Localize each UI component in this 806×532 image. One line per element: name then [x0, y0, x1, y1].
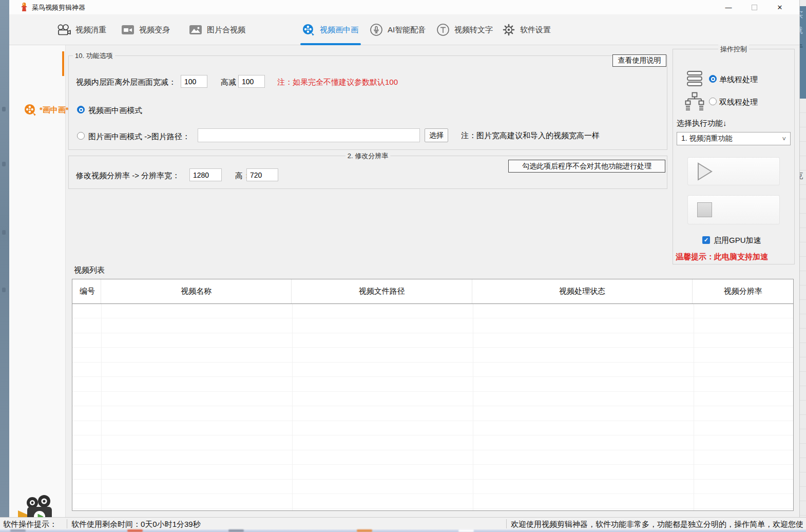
column-divider: [101, 304, 102, 510]
sidebar-item-label: *画中画*: [40, 105, 69, 115]
image-size-note: 注：图片宽高建议和导入的视频宽高一样: [461, 131, 600, 141]
status-time-text: 软件使用剩余时间：0天0小时1分39秒: [71, 520, 201, 529]
tab-bar: 视频消重 视频变身 图片合视频: [9, 14, 799, 45]
background-window-rows: [800, 99, 806, 517]
taskbar-icon-fragment: [127, 529, 143, 532]
microphone-icon: [370, 23, 383, 36]
radio-video-pip-mode[interactable]: [77, 106, 85, 113]
help-button[interactable]: 查看使用说明: [612, 54, 666, 67]
text-circle-icon: [436, 23, 450, 36]
column-header-resolution[interactable]: 视频分辨率: [693, 279, 793, 303]
tab-image-to-video[interactable]: 图片合视频: [189, 14, 245, 45]
picture-icon: [189, 24, 202, 36]
sidebar-item-pip[interactable]: *画中画*: [24, 102, 73, 118]
taskbar-icon-fragment: [357, 529, 372, 532]
default-param-note: 注：如果完全不懂建议参数默认100: [277, 78, 398, 87]
tab-label: AI智能配音: [388, 25, 426, 35]
maximize-button[interactable]: [743, 0, 765, 14]
tab-label: 视频转文字: [454, 25, 493, 35]
play-icon: [697, 162, 713, 181]
column-header-path[interactable]: 视频文件路径: [292, 279, 472, 303]
tab-video-dedupe[interactable]: 视频消重: [56, 14, 106, 45]
tab-video-transform[interactable]: 视频变身: [121, 14, 170, 45]
function-select[interactable]: 1. 视频消重功能 ˅: [677, 132, 791, 145]
partial-char: 牛: [799, 42, 803, 52]
status-bar: 软件操作提示： 软件使用剩余时间：0天0小时1分39秒 欢迎使用视频剪辑神器，软…: [0, 517, 806, 529]
tab-ai-dubbing[interactable]: AI智能配音: [370, 14, 426, 45]
taskbar-icon-fragment: [10, 529, 26, 532]
radio-dual-thread[interactable]: [709, 98, 717, 105]
screen: 菜鸟视频剪辑神器 — ✕ 视频消重 视频: [0, 0, 806, 532]
dual-thread-label: 双线程处理: [719, 98, 758, 107]
resolution-height-input[interactable]: [246, 168, 278, 181]
video-list-title: 视频列表: [72, 265, 106, 275]
close-button[interactable]: ✕: [769, 0, 791, 14]
tab-label: 图片合视频: [207, 25, 245, 35]
group-title: 操作控制: [718, 45, 749, 54]
tab-label: 软件设置: [520, 25, 551, 35]
column-divider: [694, 304, 694, 510]
radio-single-thread[interactable]: [709, 75, 717, 83]
partial-char: 买: [799, 10, 803, 20]
taskbar-icon-fragment: [458, 529, 474, 532]
radio-video-pip-label: 视频画中画模式: [88, 106, 142, 116]
group-title: 10. 功能选项: [73, 51, 115, 61]
status-divider: [506, 519, 507, 528]
resolution-width-input[interactable]: [189, 168, 222, 181]
desktop-icon-fragment: [2, 107, 6, 111]
image-path-input[interactable]: [198, 128, 420, 142]
taskbar-icon-fragment: [228, 529, 244, 532]
gear-icon: [502, 23, 515, 36]
column-divider: [473, 304, 473, 510]
taskbar-edge: [0, 529, 806, 532]
table-body-empty: [72, 304, 793, 510]
background-window-header: [800, 6, 806, 99]
function-select-value: 1. 视频消重功能: [681, 134, 733, 143]
desktop-icon-fragment: [2, 162, 6, 166]
resolution-row-label: 修改视频分辨率 -> 分辨率宽：: [76, 171, 180, 181]
inner-height-input[interactable]: [238, 75, 265, 88]
group-title: 2. 修改分辨率: [346, 151, 390, 161]
desktop-edge-left: [0, 0, 9, 517]
dual-thread-icon: [685, 92, 704, 111]
video-list-table: 编号 视频名称 视频文件路径 视频处理状态 视频分辨率: [72, 279, 794, 511]
active-item-accent-bar: [62, 51, 64, 76]
column-header-status[interactable]: 视频处理状态: [472, 279, 693, 303]
single-thread-label: 单线程处理: [719, 75, 758, 85]
desktop-icon-fragment: [2, 230, 6, 235]
tab-label: 视频变身: [139, 25, 170, 35]
exclusive-mode-button[interactable]: 勾选此项后程序不会对其他功能进行处理: [508, 160, 665, 173]
title-bar: 菜鸟视频剪辑神器 — ✕: [9, 0, 799, 14]
tab-video-pip[interactable]: 视频画中画: [302, 14, 358, 45]
chevron-down-icon: ˅: [782, 135, 786, 143]
gpu-support-note: 温馨提示：此电脑支持加速: [676, 252, 768, 262]
single-thread-icon: [686, 70, 703, 87]
choose-image-button[interactable]: 选择: [425, 128, 448, 142]
minimize-button[interactable]: —: [718, 0, 739, 14]
partial-char: 克: [799, 171, 803, 181]
film-reel-icon: [302, 23, 315, 36]
tab-settings[interactable]: 软件设置: [502, 14, 551, 45]
camcorder-icon: [121, 24, 135, 36]
radio-image-pip-label: 图片画中画模式 ->图片路径：: [88, 132, 190, 142]
column-header-index[interactable]: 编号: [72, 279, 101, 303]
column-header-name[interactable]: 视频名称: [101, 279, 292, 303]
inner-width-input[interactable]: [181, 75, 207, 88]
inner-width-label: 视频内层距离外层画面宽减：: [76, 78, 176, 87]
desktop-icon-fragment: [2, 288, 6, 292]
film-reel-icon: [24, 103, 37, 117]
gpu-checkbox[interactable]: ✓: [702, 236, 710, 244]
movie-camera-icon: [56, 23, 71, 36]
tab-label: 视频消重: [75, 25, 106, 35]
tab-video-to-text[interactable]: 视频转文字: [436, 14, 493, 45]
partial-char: 就: [799, 26, 803, 35]
status-welcome-text: 欢迎使用视频剪辑神器，软件功能非常多，功能都是独立分明的，操作简单，欢迎您使: [511, 520, 803, 529]
gpu-checkbox-label: 启用GPU加速: [714, 236, 761, 245]
window-title: 菜鸟视频剪辑神器: [32, 3, 85, 12]
sidebar: *画中画* 视频剪辑神器: [9, 45, 66, 517]
table-header-row: 编号 视频名称 视频文件路径 视频处理状态 视频分辨率: [72, 279, 793, 304]
radio-image-pip-mode[interactable]: [77, 132, 85, 140]
maximize-icon: [752, 5, 757, 10]
start-button[interactable]: [687, 157, 780, 185]
stop-button[interactable]: [687, 195, 780, 224]
